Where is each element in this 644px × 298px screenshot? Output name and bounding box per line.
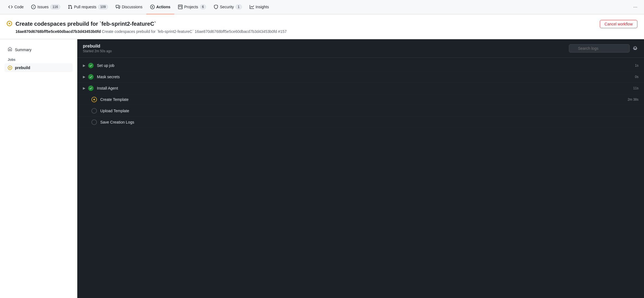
search-logs-input[interactable] bbox=[569, 44, 630, 53]
nav-label-projects: Projects bbox=[184, 5, 198, 9]
nav-label-pull-requests: Pull requests bbox=[74, 5, 96, 9]
sidebar-summary-label: Summary bbox=[15, 48, 31, 52]
step-time-create-template: 2m 38s bbox=[628, 98, 638, 101]
log-settings-button[interactable] bbox=[632, 45, 638, 52]
search-wrapper bbox=[569, 44, 630, 53]
sidebar: Summary Jobs prebuild bbox=[0, 39, 77, 298]
step-name-save-creation-logs: Save Creation Logs bbox=[100, 120, 638, 124]
sidebar-item-prebuild[interactable]: prebuild bbox=[4, 63, 73, 72]
log-steps-list: ▶ Set up job 1s ▶ Mask secrets 0s bbox=[77, 58, 644, 130]
pull-request-icon bbox=[68, 5, 72, 9]
log-step-install-agent[interactable]: ▶ Install Agent 11s bbox=[77, 83, 644, 94]
security-badge: 1 bbox=[236, 4, 242, 9]
code-icon bbox=[8, 5, 13, 9]
discussions-icon bbox=[116, 5, 120, 9]
workflow-text: Create codespaces prebuild for `feb-spri… bbox=[15, 20, 287, 35]
log-step-set-up-job[interactable]: ▶ Set up job 1s bbox=[77, 60, 644, 71]
chevron-right-icon-2: ▶ bbox=[83, 75, 85, 79]
issues-badge: 116 bbox=[50, 4, 60, 9]
nav-item-issues[interactable]: Issues 116 bbox=[27, 0, 64, 14]
step-time-set-up-job: 1s bbox=[635, 64, 638, 67]
top-nav: Code Issues 116 Pull requests 109 Discus… bbox=[0, 0, 644, 14]
log-title: prebuild Started 2m 50s ago bbox=[83, 44, 112, 53]
workflow-title-area: Create codespaces prebuild for `feb-spri… bbox=[7, 20, 287, 35]
insights-icon bbox=[250, 5, 254, 9]
log-step-mask-secrets[interactable]: ▶ Mask secrets 0s bbox=[77, 71, 644, 83]
projects-badge: 6 bbox=[200, 4, 206, 9]
chevron-right-icon: ▶ bbox=[83, 64, 85, 67]
actions-icon bbox=[150, 5, 155, 9]
nav-item-discussions[interactable]: Discussions bbox=[112, 0, 146, 14]
nav-item-security[interactable]: Security 1 bbox=[210, 0, 246, 14]
workflow-header: Create codespaces prebuild for `feb-spri… bbox=[0, 14, 644, 39]
workflow-name: Create codespaces prebuild for `feb-spri… bbox=[15, 20, 287, 28]
nav-item-pull-requests[interactable]: Pull requests 109 bbox=[64, 0, 112, 14]
chevron-right-icon-3: ▶ bbox=[83, 86, 85, 90]
issues-icon bbox=[31, 5, 36, 9]
log-search-area bbox=[569, 44, 638, 53]
log-step-upload-template[interactable]: ▶ Upload Template bbox=[77, 105, 644, 117]
nav-item-projects[interactable]: Projects 6 bbox=[174, 0, 210, 14]
nav-label-issues: Issues bbox=[37, 5, 48, 9]
step-status-running-create-template bbox=[91, 97, 97, 102]
step-name-upload-template: Upload Template bbox=[100, 109, 638, 113]
step-name-install-agent: Install Agent bbox=[97, 86, 633, 90]
nav-label-actions: Actions bbox=[156, 5, 170, 9]
nav-label-insights: Insights bbox=[256, 5, 269, 9]
workflow-status-indicator bbox=[7, 21, 12, 26]
cancel-workflow-button[interactable]: Cancel workflow bbox=[600, 20, 637, 28]
step-name-create-template: Create Template bbox=[100, 97, 628, 102]
step-time-install-agent: 11s bbox=[633, 86, 638, 90]
main-layout: Summary Jobs prebuild prebuild Started 2… bbox=[0, 39, 644, 298]
step-status-pending-upload-template bbox=[91, 108, 97, 114]
nav-label-discussions: Discussions bbox=[122, 5, 142, 9]
projects-icon bbox=[178, 5, 183, 9]
security-icon bbox=[214, 5, 218, 9]
step-name-mask-secrets: Mask secrets bbox=[97, 75, 635, 79]
log-step-save-creation-logs[interactable]: ▶ Save Creation Logs bbox=[77, 117, 644, 128]
sidebar-jobs-section: Jobs bbox=[4, 54, 73, 63]
log-started-time: Started 2m 50s ago bbox=[83, 49, 112, 53]
step-status-success-mask-secrets bbox=[88, 74, 94, 80]
step-status-pending-save-logs bbox=[91, 119, 97, 125]
log-header: prebuild Started 2m 50s ago bbox=[77, 39, 644, 58]
nav-item-insights[interactable]: Insights bbox=[246, 0, 273, 14]
step-status-success-set-up-job bbox=[88, 63, 94, 68]
sidebar-job-label: prebuild bbox=[15, 66, 30, 70]
job-status-dot bbox=[8, 66, 12, 70]
home-icon bbox=[8, 47, 12, 52]
more-options-button[interactable]: ··· bbox=[631, 2, 640, 12]
workflow-subtitle-text: Create codespaces prebuild for `feb-spri… bbox=[102, 29, 287, 34]
nav-item-actions[interactable]: Actions bbox=[146, 0, 174, 14]
nav-label-code: Code bbox=[14, 5, 23, 9]
step-name-set-up-job: Set up job bbox=[97, 63, 635, 68]
step-status-success-install-agent bbox=[88, 85, 94, 91]
step-time-mask-secrets: 0s bbox=[635, 75, 638, 79]
sidebar-item-summary[interactable]: Summary bbox=[4, 45, 73, 54]
content-area: prebuild Started 2m 50s ago bbox=[77, 39, 644, 298]
pr-badge: 109 bbox=[98, 4, 108, 9]
nav-item-code[interactable]: Code bbox=[4, 0, 27, 14]
commit-hash: 16ae870d6768bff5e5ce60dbacd7b3d43453b0fd bbox=[15, 29, 101, 34]
log-panel: prebuild Started 2m 50s ago bbox=[77, 39, 644, 298]
workflow-subtitle: 16ae870d6768bff5e5ce60dbacd7b3d43453b0fd… bbox=[15, 29, 287, 35]
nav-label-security: Security bbox=[220, 5, 234, 9]
log-panel-title: prebuild bbox=[83, 44, 112, 49]
log-step-create-template[interactable]: ▶ Create Template 2m 38s bbox=[77, 94, 644, 105]
